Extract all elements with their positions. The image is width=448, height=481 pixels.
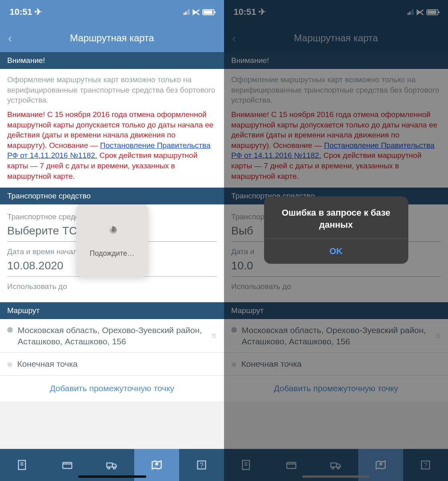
screenshot-right: 10:51 ✈ ⧔ ‹ Маршрутная карта Внимание! О…: [224, 0, 448, 481]
battery-icon: [202, 9, 214, 15]
attention-gray-note: Оформление маршрутных карт возможно толь…: [7, 75, 217, 105]
screenshot-left: 10:51 ✈ ⧔ ‹ Маршрутная карта Внимание! О…: [0, 0, 224, 481]
loading-modal: Подождите…: [76, 204, 148, 277]
back-button[interactable]: ‹: [8, 31, 12, 45]
add-waypoint-button[interactable]: Добавить промежуточную точку: [0, 376, 224, 401]
loading-text: Подождите…: [90, 249, 135, 258]
error-ok-button[interactable]: OK: [264, 238, 408, 264]
help-icon: ?: [196, 459, 208, 471]
error-message: Ошибка в запросе к базе данных: [264, 196, 408, 238]
vehicle-heading: Транспортное средство: [0, 188, 224, 204]
route-heading: Маршрут: [0, 302, 224, 319]
status-bar: 10:51 ✈ ⧔: [0, 0, 224, 24]
nav-header: ‹ Маршрутная карта: [0, 24, 224, 52]
attention-block: Оформление маршрутных карт возможно толь…: [0, 69, 224, 188]
error-modal: Ошибка в запросе к базе данных OK: [264, 196, 408, 264]
signal-icon: [184, 9, 190, 15]
tab-receipt[interactable]: [0, 449, 45, 481]
receipt-icon: [16, 459, 28, 471]
attention-red-note: Внимание! С 15 ноября 2016 года отмена о…: [7, 109, 217, 181]
svg-text:?: ?: [200, 461, 204, 469]
tab-help[interactable]: ?: [179, 449, 224, 481]
pin-icon: ⎈: [7, 359, 12, 370]
status-left: 10:51 ✈: [10, 7, 42, 17]
svg-point-5: [108, 467, 110, 469]
route-start-item[interactable]: Московская область, Орехово-Зуевский рай…: [0, 319, 224, 353]
svg-point-6: [113, 467, 115, 469]
drag-handle-icon[interactable]: ≡: [211, 331, 217, 341]
status-right: ⧔: [184, 7, 214, 17]
map-icon: [151, 459, 163, 471]
wallet-icon: [61, 459, 73, 471]
wifi-icon: ⧔: [192, 7, 200, 17]
location-arrow-icon: ✈: [34, 7, 42, 17]
status-time: 10:51: [10, 7, 32, 17]
svg-rect-3: [63, 463, 72, 469]
route-block: Московская область, Орехово-Зуевский рай…: [0, 319, 224, 401]
route-end-item[interactable]: ⎈ Конечная точка: [0, 353, 224, 376]
truck-icon: [106, 459, 118, 471]
attention-heading: Внимание!: [0, 52, 224, 69]
svg-rect-4: [107, 463, 113, 467]
home-indicator[interactable]: [78, 475, 146, 478]
spinner-icon: [103, 224, 121, 241]
page-title: Маршрутная карта: [70, 32, 154, 44]
home-indicator[interactable]: [302, 475, 370, 478]
svg-point-7: [156, 463, 158, 465]
use-until-field[interactable]: Использовать до: [7, 279, 217, 298]
bullet-icon: [7, 327, 13, 333]
